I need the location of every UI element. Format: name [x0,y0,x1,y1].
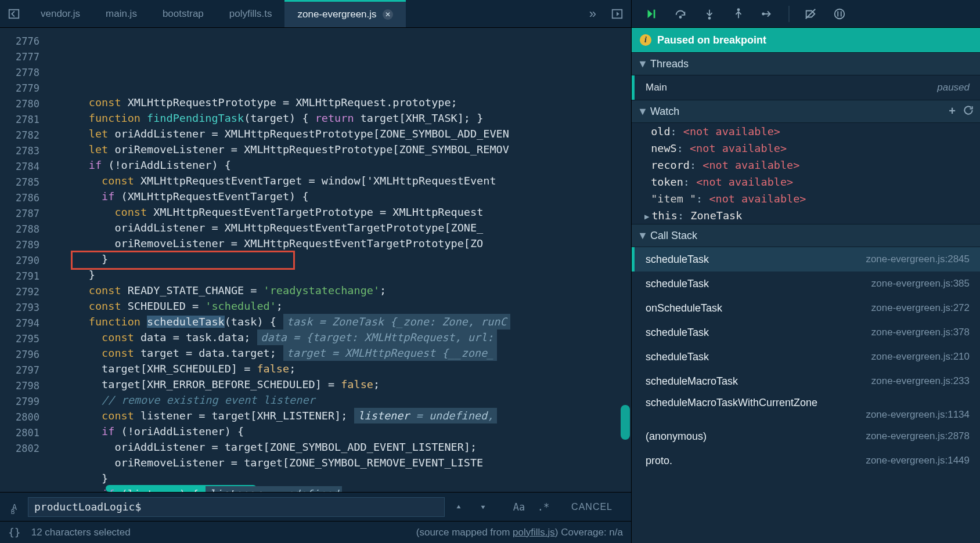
file-tab[interactable]: zone-evergreen.js✕ [284,0,405,27]
code-line[interactable]: let oriRemoveListener = XMLHttpRequestPr… [50,142,631,157]
file-tab[interactable]: main.js [93,0,150,27]
watch-expression[interactable]: newS: <not available> [632,140,980,157]
line-number[interactable]: 2787 [0,206,50,222]
line-number[interactable]: 2776 [0,34,50,49]
file-tab[interactable]: bootstrap [150,0,217,27]
code-line[interactable]: } [50,470,631,486]
callstack-frame[interactable]: scheduleTaskzone-evergreen.js:385 [632,272,980,296]
expand-icon[interactable]: ▶ [644,212,649,221]
source-map-link[interactable]: polyfills.js [513,527,555,538]
code-line[interactable]: const READY_STATE_CHANGE = 'readystatech… [50,283,631,298]
code-line[interactable]: oriRemoveListener = XMLHttpRequestEventT… [50,236,631,251]
pause-exceptions-icon[interactable] [828,3,851,24]
callstack-frame[interactable]: scheduleTaskzone-evergreen.js:2845 [632,247,980,272]
code-line[interactable]: const XMLHttpRequestPrototype = XMLHttpR… [50,95,631,110]
callstack-header[interactable]: ▼ Call Stack [632,224,980,247]
line-number[interactable]: 2780 [0,96,50,112]
code-line[interactable]: } [50,267,631,283]
line-number[interactable]: 2779 [0,81,50,96]
line-number[interactable]: 2801 [0,425,50,441]
line-number[interactable]: 2794 [0,316,50,331]
code-line[interactable]: if (listener) {listener = undefined [50,486,631,492]
callstack-frame[interactable]: scheduleTaskzone-evergreen.js:210 [632,345,980,369]
line-number[interactable]: 2783 [0,143,50,159]
code-editor[interactable]: 2776277727782779278027812782278327842785… [0,28,631,492]
code-line[interactable]: } [50,251,631,267]
line-number[interactable]: 2790 [0,253,50,269]
prev-match-icon[interactable] [448,497,469,517]
code-line[interactable]: target[XHR_ERROR_BEFORE_SCHEDULED] = fal… [50,377,631,392]
line-number[interactable]: 2784 [0,159,50,175]
code-line[interactable]: if (!oriAddListener) { [50,157,631,173]
resume-icon[interactable] [640,3,663,24]
code-line[interactable]: if (!oriAddListener) { [50,423,631,439]
code-line[interactable]: if (XMLHttpRequestEventTarget) { [50,189,631,204]
match-case-toggle[interactable]: Aa [509,497,529,517]
watch-expression[interactable]: ▶this: ZoneTask [632,207,980,224]
line-number[interactable]: 2789 [0,237,50,253]
line-number[interactable]: 2788 [0,222,50,237]
regex-toggle[interactable]: .* [533,497,554,517]
line-number[interactable]: 2792 [0,284,50,300]
file-tab[interactable]: polyfills.ts [217,0,285,27]
overflow-tabs-chevron-icon[interactable]: » [582,0,603,27]
code-line[interactable]: let oriAddListener = XMLHttpRequestProto… [50,126,631,142]
pretty-print-icon[interactable]: {} [8,526,21,538]
code-line[interactable]: const XMLHttpRequestEventTargetPrototype… [50,204,631,220]
watch-expression[interactable]: token: <not available> [632,173,980,190]
line-number[interactable]: 2795 [0,331,50,347]
line-number[interactable]: 2786 [0,190,50,206]
close-tab-icon[interactable]: ✕ [383,9,393,20]
step-out-icon[interactable] [727,3,750,24]
line-number[interactable]: 2791 [0,269,50,284]
code-line[interactable]: oriAddListener = XMLHttpRequestEventTarg… [50,220,631,236]
line-number[interactable]: 2797 [0,363,50,378]
line-number[interactable]: 2793 [0,300,50,316]
code-line[interactable]: const target = data.target;target = XMLH… [50,345,631,361]
watch-expression[interactable]: old: <not available> [632,123,980,140]
code-line[interactable]: function scheduleTask(task) {task = Zone… [50,314,631,330]
step-into-icon[interactable] [698,3,721,24]
code-line[interactable]: const data = task.data;data = {target: X… [50,330,631,345]
thread-row[interactable]: Mainpaused [632,75,980,100]
threads-header[interactable]: ▼ Threads [632,52,980,75]
callstack-frame[interactable]: onScheduleTaskzone-evergreen.js:272 [632,296,980,320]
line-number[interactable]: 2782 [0,128,50,143]
line-number[interactable]: 2777 [0,49,50,65]
callstack-frame[interactable]: scheduleMacroTaskzone-evergreen.js:233 [632,369,980,393]
code-view[interactable]: const XMLHttpRequestPrototype = XMLHttpR… [50,28,631,492]
code-line[interactable]: const XMLHttpRequestEventTarget = window… [50,173,631,189]
step-over-icon[interactable] [669,3,692,24]
code-line[interactable]: function findPendingTask(target) { retur… [50,110,631,126]
cancel-button[interactable]: CANCEL [557,502,626,512]
callstack-frame[interactable]: (anonymous)zone-evergreen.js:2878 [632,424,980,448]
watch-header[interactable]: ▼ Watch + [632,100,980,123]
callstack-frame[interactable]: proto.zone-evergreen.js:1449 [632,448,980,473]
watch-expression[interactable]: record: <not available> [632,157,980,173]
search-input[interactable] [28,497,445,517]
run-to-cursor-icon[interactable] [603,0,631,27]
code-line[interactable]: const SCHEDULED = 'scheduled'; [50,298,631,314]
code-line[interactable]: // remove existing event listener [50,392,631,408]
line-number[interactable]: 2785 [0,175,50,190]
code-line[interactable]: oriAddListener = target[ZONE_SYMBOL_ADD_… [50,439,631,455]
callstack-frame[interactable]: scheduleMacroTaskWithCurrentZonezone-eve… [632,393,980,424]
line-number[interactable]: 2802 [0,441,50,457]
line-number[interactable]: 2781 [0,112,50,128]
code-line[interactable]: oriRemoveListener = target[ZONE_SYMBOL_R… [50,455,631,470]
add-watch-icon[interactable]: + [949,104,956,119]
watch-expression[interactable]: "item ": <not available> [632,190,980,207]
file-tab[interactable]: vendor.js [28,0,93,27]
callstack-frame[interactable]: scheduleTaskzone-evergreen.js:378 [632,320,980,345]
file-navigator-toggle-icon[interactable] [0,0,28,27]
deactivate-breakpoints-icon[interactable] [799,3,822,24]
next-match-icon[interactable] [473,497,493,517]
replace-toggle-icon[interactable]: AB [5,502,24,512]
line-number[interactable]: 2796 [0,347,50,363]
step-icon[interactable] [756,3,779,24]
code-line[interactable]: const listener = target[XHR_LISTENER];li… [50,408,631,423]
line-number[interactable]: 2798 [0,378,50,394]
line-number[interactable]: 2778 [0,65,50,81]
line-number[interactable]: 2800 [0,410,50,425]
code-line[interactable]: target[XHR_SCHEDULED] = false; [50,361,631,377]
